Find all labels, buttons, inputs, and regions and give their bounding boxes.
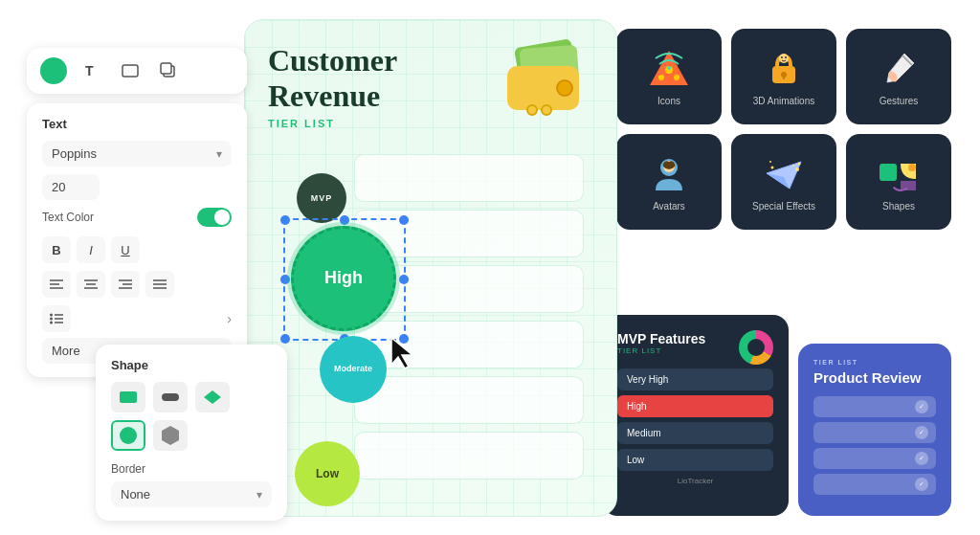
shape-panel: Shape Border None — [96, 345, 287, 521]
svg-point-20 — [50, 322, 53, 324]
shape-rect-item[interactable] — [111, 382, 145, 412]
product-item-2: ✓ — [813, 422, 936, 443]
svg-rect-23 — [162, 393, 179, 401]
tier-bar-1 — [354, 154, 584, 202]
align-right-button[interactable] — [111, 271, 140, 298]
product-review-card: TIER LIST Product Review ✓ ✓ ✓ ✓ — [798, 344, 951, 516]
border-select[interactable]: None — [111, 481, 272, 507]
align-center-button[interactable] — [77, 271, 105, 298]
product-tag: TIER LIST — [813, 359, 936, 366]
gestures-label: Gestures — [880, 96, 919, 106]
shape-panel-title: Shape — [111, 358, 272, 372]
shapes-visual — [874, 153, 924, 193]
font-family-selector[interactable]: Poppins — [42, 141, 232, 167]
product-list: ✓ ✓ ✓ ✓ — [813, 396, 936, 495]
border-value: None — [121, 487, 150, 502]
main-container: T Text Poppins — [0, 0, 980, 535]
svg-point-31 — [674, 75, 679, 80]
svg-point-37 — [781, 56, 783, 58]
font-family-chevron — [216, 146, 222, 161]
border-label: Border — [111, 462, 272, 476]
list-button[interactable] — [42, 305, 71, 332]
bold-button[interactable]: B — [42, 236, 71, 263]
high-bubble: High — [291, 226, 396, 331]
handle-tl[interactable] — [280, 215, 290, 225]
icons-card[interactable]: Icons — [616, 29, 722, 124]
product-item-1: ✓ — [813, 396, 936, 417]
svg-point-44 — [795, 167, 799, 171]
shapes-card[interactable]: Shapes — [846, 134, 951, 230]
tier-bar-4 — [354, 321, 584, 368]
svg-rect-1 — [122, 65, 138, 77]
more-label: More — [52, 344, 80, 358]
copy-tool-icon[interactable] — [155, 57, 182, 84]
expand-button[interactable]: › — [227, 311, 232, 326]
text-tool-icon[interactable]: T — [78, 57, 105, 84]
svg-point-32 — [667, 66, 671, 70]
icons-label: Icons — [657, 96, 680, 106]
svg-point-38 — [785, 56, 787, 58]
svg-rect-49 — [880, 164, 897, 181]
list-more-row: › — [42, 305, 232, 332]
svg-point-25 — [120, 427, 137, 444]
tier-bars — [354, 154, 584, 479]
special-effects-visual — [759, 153, 809, 193]
font-size-input[interactable]: 20 — [42, 174, 100, 200]
toolbar: T — [27, 48, 247, 94]
text-color-toggle[interactable] — [197, 208, 232, 227]
svg-point-51 — [908, 164, 916, 171]
underline-button[interactable]: U — [111, 236, 140, 263]
text-panel-title: Text — [42, 117, 232, 131]
bottom-cards: MVP Features TIER LIST Very High High Me… — [602, 315, 951, 516]
rect-tool-icon[interactable] — [117, 57, 144, 84]
gestures-card[interactable]: Gestures — [846, 29, 951, 124]
wallet-illustration — [507, 43, 593, 110]
3d-animations-visual — [759, 48, 809, 88]
shape-empty — [237, 382, 272, 412]
moderate-bubble: Moderate — [320, 336, 387, 403]
mvp-tier-medium: Medium — [617, 422, 773, 444]
mvp-title-section: MVP Features TIER LIST — [617, 331, 705, 365]
handle-tm[interactable] — [340, 215, 349, 225]
gestures-visual — [874, 48, 924, 88]
tier-list: MVP High Moderate Low — [268, 145, 593, 489]
card-header: CustomerRevenue TIER LIST — [268, 43, 593, 129]
text-color-label: Text Color — [42, 211, 94, 224]
left-panel: T Text Poppins — [27, 48, 247, 377]
avatars-card[interactable]: Avatars — [616, 134, 722, 230]
icon-grid: Icons 3D Animations — [616, 29, 951, 230]
handle-bl[interactable] — [280, 334, 290, 344]
card-title-section: CustomerRevenue TIER LIST — [268, 43, 397, 129]
svg-point-47 — [771, 166, 774, 168]
tier-list-card: CustomerRevenue TIER LIST — [244, 19, 617, 517]
3d-animations-card[interactable]: 3D Animations — [731, 29, 836, 124]
check-3: ✓ — [915, 452, 928, 465]
check-2: ✓ — [915, 426, 928, 439]
svg-marker-24 — [204, 390, 221, 404]
mvp-tier-low: Low — [617, 449, 773, 471]
shape-hexagon-item[interactable] — [153, 420, 188, 451]
svg-text:T: T — [85, 63, 94, 78]
product-item-3: ✓ — [813, 448, 936, 469]
3d-animations-label: 3D Animations — [753, 96, 814, 106]
mvp-bubble: MVP — [297, 173, 346, 223]
svg-point-45 — [798, 162, 801, 165]
svg-point-18 — [50, 318, 53, 321]
circle-tool-icon[interactable] — [40, 57, 67, 84]
svg-point-46 — [792, 165, 794, 167]
svg-rect-3 — [161, 63, 171, 74]
shape-pill-item[interactable] — [153, 382, 188, 412]
shape-circle-item[interactable] — [111, 420, 145, 451]
italic-button[interactable]: I — [77, 236, 105, 263]
check-4: ✓ — [915, 478, 928, 491]
tier-bar-5 — [354, 376, 584, 424]
align-justify-button[interactable] — [145, 271, 174, 298]
handle-ml[interactable] — [280, 275, 290, 284]
shape-diamond-item[interactable] — [195, 382, 230, 412]
product-item-4: ✓ — [813, 474, 936, 495]
card-title: CustomerRevenue — [268, 43, 397, 114]
text-color-row: Text Color — [42, 208, 232, 227]
align-left-button[interactable] — [42, 271, 71, 298]
special-effects-card[interactable]: Special Effects — [731, 134, 836, 230]
svg-point-30 — [658, 75, 664, 80]
